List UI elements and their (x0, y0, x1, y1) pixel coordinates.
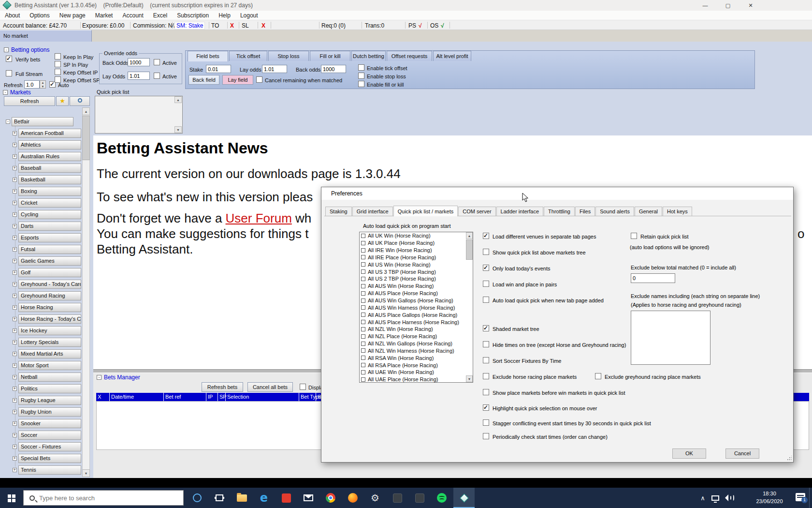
tree-item-esports[interactable]: Esports (18, 233, 81, 242)
tree-expand-icon[interactable]: + (13, 340, 17, 344)
option-checkbox-only-load-today-s-events[interactable] (483, 265, 489, 271)
menu-item-market[interactable]: Market (90, 11, 118, 20)
preferences-tab-sound-alerts[interactable]: Sound alerts (595, 207, 634, 216)
full-stream-checkbox[interactable] (6, 70, 12, 76)
auto-load-list-item[interactable]: All UK Win (Horse Racing) (360, 232, 473, 239)
bets-column-bet-ref[interactable]: Bet ref (165, 394, 181, 400)
list-item-checkbox[interactable] (361, 269, 365, 274)
option-checkbox-highlight-quick-pick-selection-on-mouse-[interactable] (483, 404, 489, 411)
taskbar-icon-app-dark-2[interactable] (409, 488, 430, 508)
tree-expand-icon[interactable]: + (13, 212, 17, 217)
lay-field-button[interactable]: Lay field (222, 75, 253, 85)
override-back-odds-input[interactable] (128, 58, 150, 66)
tree-expand-icon[interactable]: + (13, 410, 17, 414)
list-item-checkbox[interactable] (361, 348, 365, 353)
cancel-remaining-checkbox[interactable] (256, 76, 262, 83)
listbox-scroll-thumb[interactable] (466, 239, 473, 260)
option-checkbox-hide-times-on-tree-except-horse-and-grey[interactable] (483, 341, 489, 347)
keep-offset-sp-checkbox[interactable] (55, 76, 61, 83)
tree-expand-icon[interactable]: + (13, 468, 17, 472)
quick-pick-list[interactable] (95, 96, 183, 134)
list-item-checkbox[interactable] (361, 356, 365, 360)
preferences-tab-grid-interface[interactable]: Grid interface (352, 207, 393, 216)
list-item-checkbox[interactable] (361, 255, 365, 259)
auto-load-list-item[interactable]: All AUS Place Harness (Horse Racing) (360, 318, 473, 326)
menu-item-subscription[interactable]: Subscription (172, 11, 214, 20)
taskbar-icon-spotify[interactable] (431, 488, 452, 508)
tree-expand-icon[interactable]: + (13, 270, 17, 275)
start-button[interactable] (0, 488, 23, 508)
tree-item-gaelic-games[interactable]: Gaelic Games (18, 256, 81, 266)
exclude-greyhound-place-checkbox[interactable] (595, 373, 601, 379)
auto-load-list-item[interactable]: All AUS Win Gallops (Horse Racing) (360, 297, 473, 304)
enable-fill-or-kill-checkbox[interactable] (358, 81, 364, 87)
collapse-markets-icon[interactable]: - (3, 90, 8, 95)
markets-scroll-down-icon[interactable]: ▼ (82, 469, 90, 477)
tree-expand-icon[interactable]: + (13, 375, 17, 379)
tree-item-rugby-union[interactable]: Rugby Union (18, 407, 81, 417)
preferences-tab-general[interactable]: General (635, 207, 662, 216)
user-forum-link[interactable]: User Forum (226, 211, 292, 225)
trade-tab-offset-requests[interactable]: Offset requests (387, 51, 432, 61)
markets-refresh-button[interactable]: Refresh (4, 96, 55, 106)
tab-no-market[interactable]: No market (0, 30, 92, 42)
refresh-bets-button[interactable]: Refresh bets (202, 382, 243, 392)
quick-pick-scroll-down-icon[interactable]: ▼ (174, 126, 182, 133)
option-checkbox-load-different-venues-in-separate-tab-pa[interactable] (483, 233, 489, 239)
tree-expand-icon[interactable]: + (13, 317, 17, 321)
tree-item-american-football[interactable]: American Football (18, 129, 81, 138)
tree-expand-icon[interactable]: + (13, 305, 17, 310)
notification-icon[interactable]: 1 (796, 493, 805, 501)
list-item-checkbox[interactable] (361, 284, 365, 288)
preferences-tab-staking[interactable]: Staking (325, 207, 352, 216)
tree-item-tennis[interactable]: Tennis (18, 465, 81, 475)
trade-tab-stop-loss[interactable]: Stop loss (268, 51, 309, 61)
tree-expand-icon[interactable]: + (13, 282, 17, 286)
list-item-checkbox[interactable] (361, 363, 365, 367)
tree-item-greyhound-racing[interactable]: Greyhound Racing (18, 291, 81, 300)
status-sm[interactable]: SM: Stake (175, 22, 204, 29)
override-lay-active-checkbox[interactable] (154, 73, 160, 79)
preferences-title-bar[interactable]: Preferences (321, 187, 793, 200)
menu-item-excel[interactable]: Excel (148, 11, 172, 20)
auto-load-list-item[interactable]: All UAE Win (Horse Racing) (360, 369, 473, 376)
tree-item-soccer-fixtures[interactable]: Soccer - Fixtures (18, 442, 81, 451)
back-field-button[interactable]: Back field (188, 75, 219, 85)
list-item-checkbox[interactable] (361, 291, 365, 296)
tree-expand-icon[interactable]: + (13, 236, 17, 240)
option-checkbox-exclude-horse-racing-place-markets[interactable] (483, 373, 489, 379)
tree-expand-icon[interactable]: + (13, 247, 17, 252)
listbox-scroll-down-icon[interactable]: ▼ (466, 375, 473, 382)
enable-stop-loss-checkbox[interactable] (358, 73, 364, 79)
taskbar-icon-settings[interactable]: ⚙ (364, 488, 386, 508)
favourites-star-icon[interactable]: ★ (56, 96, 69, 106)
tree-item-snooker[interactable]: Snooker (18, 419, 81, 428)
bets-column-date-time[interactable]: Date/time (111, 394, 134, 400)
list-item-checkbox[interactable] (361, 313, 365, 317)
volume-icon[interactable] (723, 488, 737, 508)
tree-item-horse-racing[interactable]: Horse Racing (18, 303, 81, 312)
tree-expand-icon[interactable]: + (13, 456, 17, 461)
exclude-total-input[interactable] (631, 273, 675, 283)
tree-item-golf[interactable]: Golf (18, 268, 81, 277)
tree-expand-icon[interactable]: + (13, 363, 17, 368)
tree-collapse-icon[interactable]: - (6, 120, 10, 124)
auto-load-list-item[interactable]: All AUS Place (Horse Racing) (360, 290, 473, 297)
menu-item-logout[interactable]: Logout (235, 11, 263, 20)
trade-back-odds-input[interactable] (321, 65, 346, 73)
tree-item-boxing[interactable]: Boxing (18, 187, 81, 196)
markets-scrollbar[interactable] (82, 107, 90, 477)
override-lay-odds-input[interactable] (128, 72, 150, 80)
override-back-active-checkbox[interactable] (154, 59, 160, 65)
option-checkbox-shaded-market-tree[interactable] (483, 325, 489, 331)
menu-item-about[interactable]: About (0, 11, 25, 20)
tree-item-soccer[interactable]: Soccer (18, 431, 81, 440)
menu-item-options[interactable]: Options (25, 11, 54, 20)
tree-expand-icon[interactable]: + (13, 189, 17, 194)
list-item-checkbox[interactable] (361, 370, 365, 374)
display-unmatched-checkbox[interactable] (300, 384, 306, 390)
auto-load-list-item[interactable]: All NZL Place (Horse Racing) (360, 333, 473, 340)
auto-load-list-item[interactable]: All NZL Win Harness (Horse Racing) (360, 347, 473, 355)
list-item-checkbox[interactable] (361, 305, 365, 310)
menu-item-account[interactable]: Account (117, 11, 148, 20)
